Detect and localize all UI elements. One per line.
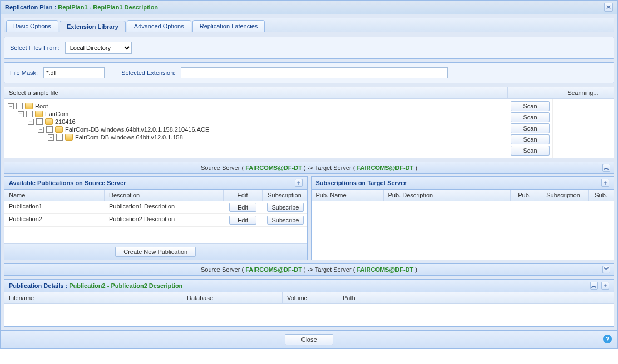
tab-extension-library[interactable]: Extension Library (60, 21, 126, 32)
dialog-footer: Close ? (1, 330, 617, 348)
tree-node-ace[interactable]: FairCom-DB.windows.64bit.v12.0.1.158.210… (65, 126, 209, 133)
pub-details-name: Publication2 (69, 282, 105, 289)
tab-replication-latencies[interactable]: Replication Latencies (192, 20, 265, 32)
table-row[interactable]: Publication2 Publication2 Description Ed… (4, 214, 307, 227)
select-files-from-dropdown[interactable]: Local Directory (65, 42, 132, 54)
scan-button[interactable]: Scan (511, 112, 550, 122)
publication-details-panel: Publication Details : Publication2 - Pub… (4, 279, 614, 327)
add-icon[interactable]: ＋ (295, 179, 303, 187)
tab-advanced-options[interactable]: Advanced Options (127, 20, 191, 32)
expand-icon[interactable]: − (28, 119, 34, 125)
folder-icon (25, 103, 33, 109)
expand-icon[interactable]: − (38, 127, 44, 133)
col-name: Name (4, 190, 105, 201)
subscriptions-panel: Subscriptions on Target Server ＋ Pub. Na… (311, 176, 615, 260)
scanning-status: Scanning... (552, 87, 614, 98)
scan-button[interactable]: Scan (511, 146, 550, 156)
file-mask-input[interactable] (43, 67, 105, 78)
selected-extension-label: Selected Extension: (121, 69, 175, 76)
col-path: Path (338, 292, 614, 303)
col-subscription: Subscription (263, 190, 307, 201)
expand-icon[interactable]: − (48, 134, 54, 141)
col-database: Database (182, 292, 283, 303)
pub-details-desc: Publication2 Description (111, 282, 182, 289)
tree-node-root[interactable]: Root (35, 103, 48, 109)
add-icon[interactable]: ＋ (601, 282, 609, 290)
subscribe-button[interactable]: Subscribe (267, 203, 304, 212)
col-filename: Filename (4, 292, 182, 303)
tree-checkbox[interactable] (46, 126, 53, 133)
expand-icon[interactable]: − (18, 111, 24, 117)
expand-icon[interactable]: − (8, 103, 14, 109)
dialog-header: Replication Plan : ReplPlan1 - ReplPlan1… (1, 1, 617, 14)
col-pub-description: Pub. Description (384, 190, 511, 201)
scan-button[interactable]: Scan (511, 134, 550, 144)
folder-icon (65, 134, 73, 141)
folder-icon (45, 118, 53, 125)
col-sub: Sub. (589, 190, 614, 201)
col-subscription: Subscription (538, 190, 589, 201)
tree-node-faircom[interactable]: FairCom (45, 111, 68, 117)
subscriptions-title: Subscriptions on Target Server (316, 179, 407, 186)
plan-desc: ReplPlan1 Description (93, 4, 158, 11)
tree-checkbox[interactable] (26, 111, 33, 117)
collapse-icon[interactable]: ︽ (602, 164, 610, 172)
col-volume: Volume (283, 292, 338, 303)
replication-plan-dialog: Replication Plan : ReplPlan1 - ReplPlan1… (0, 0, 618, 349)
file-tree-panel: Select a single file Scanning... − Root … (4, 87, 614, 158)
col-description: Description (105, 190, 224, 201)
close-button[interactable]: Close (285, 334, 333, 345)
expand-icon[interactable]: ︾ (602, 266, 610, 273)
source-target-bar-1: Source Server ( FAIRCOMS@DF-DT ) -> Targ… (4, 162, 614, 174)
source-target-bar-2: Source Server ( FAIRCOMS@DF-DT ) -> Targ… (4, 263, 614, 276)
select-files-label: Select Files From: (10, 44, 60, 51)
collapse-icon[interactable]: ︽ (590, 282, 598, 290)
title-sep: - (88, 4, 93, 11)
edit-button[interactable]: Edit (229, 203, 256, 212)
folder-icon (35, 111, 43, 117)
file-mask-label: File Mask: (10, 69, 38, 76)
table-row[interactable]: Publication1 Publication1 Description Ed… (4, 201, 307, 214)
tree-checkbox[interactable] (16, 103, 23, 109)
scan-button[interactable]: Scan (511, 101, 550, 111)
pub-details-prefix: Publication Details : (9, 282, 69, 289)
folder-icon (55, 126, 63, 133)
col-pub: Pub. (511, 190, 538, 201)
tabstrip: Basic Options Extension Library Advanced… (4, 18, 614, 32)
scan-button[interactable]: Scan (511, 123, 550, 133)
dialog-title: Replication Plan : ReplPlan1 - ReplPlan1… (5, 4, 158, 11)
close-icon[interactable]: ✕ (604, 3, 613, 12)
col-edit: Edit (224, 190, 263, 201)
tab-basic-options[interactable]: Basic Options (6, 20, 58, 32)
tree-checkbox[interactable] (56, 134, 63, 141)
selected-extension-input[interactable] (181, 67, 448, 78)
add-icon[interactable]: ＋ (601, 179, 609, 187)
subscribe-button[interactable]: Subscribe (267, 216, 304, 225)
tree-node-210416[interactable]: 210416 (55, 118, 76, 125)
available-publications-panel: Available Publications on Source Server … (4, 176, 308, 260)
col-pub-name: Pub. Name (312, 190, 384, 201)
title-prefix: Replication Plan : (5, 4, 58, 11)
help-icon[interactable]: ? (603, 335, 612, 343)
plan-name: ReplPlan1 (58, 4, 87, 11)
tree-checkbox[interactable] (36, 118, 43, 125)
create-new-publication-button[interactable]: Create New Publication (115, 247, 196, 257)
file-tree-header: Select a single file (4, 87, 508, 98)
available-publications-title: Available Publications on Source Server (9, 179, 126, 186)
tree-node-v158[interactable]: FairCom-DB.windows.64bit.v12.0.1.158 (75, 134, 183, 141)
edit-button[interactable]: Edit (229, 216, 256, 225)
